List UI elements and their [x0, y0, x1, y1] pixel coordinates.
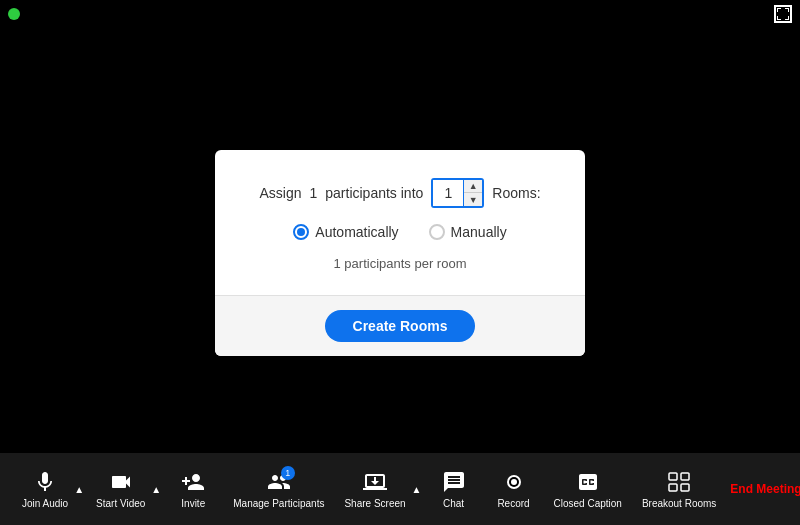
svg-rect-14 [681, 484, 689, 491]
manual-option[interactable]: Manually [429, 224, 507, 240]
status-indicator [8, 8, 20, 20]
start-video-label: Start Video [96, 498, 145, 509]
audio-icon [33, 470, 57, 494]
spinner-down-button[interactable]: ▼ [464, 193, 482, 206]
spinner-buttons: ▲ ▼ [463, 180, 482, 206]
breakout-room-dialog: Assign 1 participants into ▲ ▼ Rooms: [215, 150, 585, 356]
assign-row: Assign 1 participants into ▲ ▼ Rooms: [259, 178, 540, 208]
share-screen-icon [363, 470, 387, 494]
participants-badge: 1 [281, 466, 295, 480]
per-room-text: 1 participants per room [334, 256, 467, 271]
invite-label: Invite [181, 498, 205, 509]
main-content: Assign 1 participants into ▲ ▼ Rooms: [0, 28, 800, 478]
participant-count-text: 1 [309, 185, 317, 201]
dialog-body: Assign 1 participants into ▲ ▼ Rooms: [215, 150, 585, 295]
video-icon [109, 470, 133, 494]
record-icon [502, 470, 526, 494]
participants-icon: 1 [267, 470, 291, 494]
manual-radio-button[interactable] [429, 224, 445, 240]
toolbar-item-record[interactable]: Record [484, 464, 544, 515]
fullscreen-button[interactable] [774, 5, 792, 23]
end-meeting-button[interactable]: End Meeting [726, 476, 800, 502]
svg-rect-1 [777, 8, 778, 12]
chat-label: Chat [443, 498, 464, 509]
toolbar-items: Join Audio ▲ Start Video ▲ Invite 1 Mana… [12, 464, 726, 515]
rooms-suffix-text: Rooms: [492, 185, 540, 201]
toolbar-item-manage-participants[interactable]: 1 Manage Participants [223, 464, 334, 515]
room-number-spinner[interactable]: ▲ ▼ [431, 178, 484, 208]
svg-rect-5 [777, 16, 778, 20]
toolbar-item-chat[interactable]: Chat [424, 464, 484, 515]
chat-icon [442, 470, 466, 494]
toolbar-item-invite[interactable]: Invite [163, 464, 223, 515]
breakout-icon [667, 470, 691, 494]
breakout-rooms-label: Breakout Rooms [642, 498, 716, 509]
toolbar-item-closed-caption[interactable]: Closed Caption [544, 464, 632, 515]
manual-label: Manually [451, 224, 507, 240]
auto-radio-button[interactable] [293, 224, 309, 240]
auto-label: Automatically [315, 224, 398, 240]
manage-participants-label: Manage Participants [233, 498, 324, 509]
assignment-radio-group: Automatically Manually [293, 224, 506, 240]
toolbar-item-start-video[interactable]: Start Video [86, 464, 155, 515]
spinner-up-button[interactable]: ▲ [464, 180, 482, 193]
svg-point-10 [511, 479, 517, 485]
svg-rect-13 [669, 484, 677, 491]
closed-caption-label: Closed Caption [554, 498, 622, 509]
share-caret[interactable]: ▲ [410, 484, 424, 495]
assign-prefix-text: Assign [259, 185, 301, 201]
toolbar-item-join-audio[interactable]: Join Audio [12, 464, 78, 515]
top-bar [0, 0, 800, 28]
svg-rect-3 [788, 8, 789, 12]
svg-rect-12 [681, 473, 689, 480]
dialog-footer: Create Rooms [215, 295, 585, 356]
room-number-input[interactable] [433, 180, 463, 206]
toolbar: Join Audio ▲ Start Video ▲ Invite 1 Mana… [0, 453, 800, 525]
toolbar-item-breakout-rooms[interactable]: Breakout Rooms [632, 464, 726, 515]
record-label: Record [497, 498, 529, 509]
join-audio-label: Join Audio [22, 498, 68, 509]
toolbar-item-share-screen[interactable]: Share Screen [334, 464, 415, 515]
video-caret[interactable]: ▲ [149, 484, 163, 495]
audio-caret[interactable]: ▲ [72, 484, 86, 495]
auto-option[interactable]: Automatically [293, 224, 398, 240]
svg-rect-11 [669, 473, 677, 480]
share-screen-label: Share Screen [344, 498, 405, 509]
invite-icon [181, 470, 205, 494]
create-rooms-button[interactable]: Create Rooms [325, 310, 476, 342]
cc-icon [576, 470, 600, 494]
assign-middle-text: participants into [325, 185, 423, 201]
svg-rect-7 [788, 16, 789, 20]
